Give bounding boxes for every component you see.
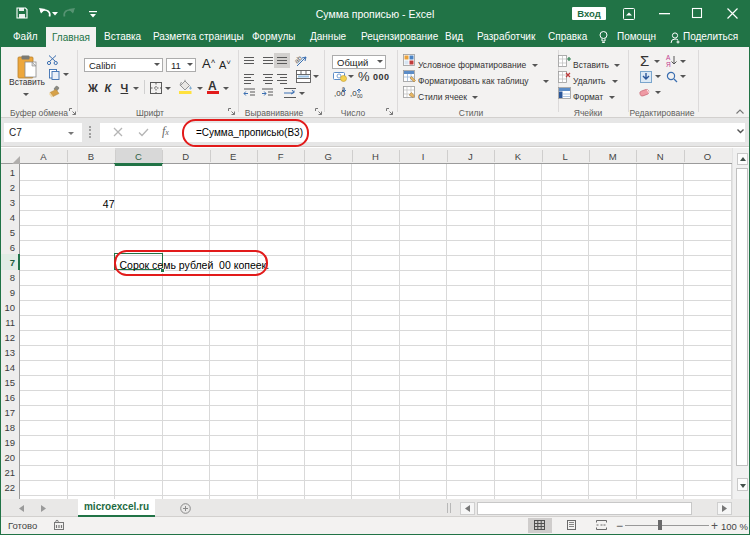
svg-text:00: 00: [357, 93, 363, 99]
svg-text:А: А: [666, 54, 671, 61]
svg-text:0: 0: [342, 86, 345, 92]
svg-text:ab: ab: [293, 54, 304, 65]
svg-text:Я: Я: [666, 61, 671, 68]
